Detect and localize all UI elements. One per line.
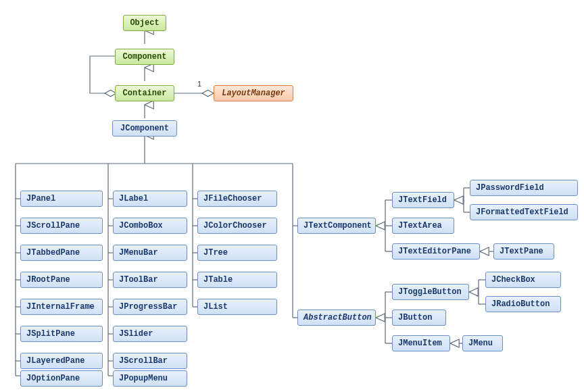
label: JFileChooser xyxy=(203,194,262,203)
class-joptionpane: JOptionPane xyxy=(20,370,103,387)
label: JSlider xyxy=(119,329,153,339)
label: JScrollBar xyxy=(119,356,168,366)
class-abstractbutton: AbstractButton xyxy=(297,310,376,326)
label: JTextEditorPane xyxy=(398,247,471,256)
label: JMenuItem xyxy=(398,339,442,348)
class-jtextarea: JTextArea xyxy=(392,218,454,234)
class-jpopupmenu: JPopupMenu xyxy=(113,370,187,387)
label: JPanel xyxy=(26,194,55,203)
class-jmenuitem: JMenuItem xyxy=(392,335,450,351)
label: JCheckBox xyxy=(491,275,535,285)
label: JPopupMenu xyxy=(119,374,168,383)
class-jscrollpane: JScrollPane xyxy=(20,218,103,234)
label: JLayeredPane xyxy=(26,356,84,366)
label: Object xyxy=(130,18,159,28)
label: JTextField xyxy=(398,195,447,205)
class-jtexteditorpane: JTextEditorPane xyxy=(392,243,480,260)
label: JList xyxy=(203,302,228,312)
label: JScrollPane xyxy=(26,221,80,230)
label: JOptionPane xyxy=(26,374,80,383)
label: JTextPane xyxy=(500,247,543,256)
class-jprogressbar: JProgressBar xyxy=(113,299,187,315)
class-jcolorchooser: JColorChooser xyxy=(197,218,277,234)
class-jcomponent: JComponent xyxy=(112,120,177,137)
class-jcombobox: JComboBox xyxy=(113,218,187,234)
class-jpanel: JPanel xyxy=(20,191,103,207)
class-jtree: JTree xyxy=(197,245,277,261)
label: JRootPane xyxy=(26,275,70,285)
class-jtabbedpane: JTabbedPane xyxy=(20,245,103,261)
label: JFormattedTextField xyxy=(476,207,568,217)
label: JTabbedPane xyxy=(26,248,80,258)
label: JPasswordField xyxy=(476,183,544,193)
class-jtogglebutton: JToggleButton xyxy=(392,284,469,300)
label: AbstractButton xyxy=(303,313,372,322)
class-object: Object xyxy=(123,15,166,31)
class-component: Component xyxy=(115,49,174,65)
label: JComboBox xyxy=(119,221,163,230)
class-jbutton: JButton xyxy=(392,310,446,326)
class-jrootpane: JRootPane xyxy=(20,272,103,288)
class-jpasswordfield: JPasswordField xyxy=(470,180,578,196)
class-jslider: JSlider xyxy=(113,326,187,342)
class-jsplitpane: JSplitPane xyxy=(20,326,103,342)
interface-layoutmanager: LayoutManager xyxy=(214,85,293,101)
label: JInternalFrame xyxy=(26,302,95,312)
class-jcheckbox: JCheckBox xyxy=(485,272,561,288)
class-jtextpane: JTextPane xyxy=(493,243,554,260)
class-jlist: JList xyxy=(197,299,277,315)
label: JToggleButton xyxy=(398,287,462,297)
class-jtextfield: JTextField xyxy=(392,192,454,208)
class-jradiobutton: JRadioButton xyxy=(485,296,561,312)
label: JTable xyxy=(203,275,233,285)
label: JToolBar xyxy=(119,275,158,285)
label: JTextArea xyxy=(398,221,442,230)
label: JTree xyxy=(203,248,228,258)
class-jtoolbar: JToolBar xyxy=(113,272,187,288)
label: Component xyxy=(123,52,167,62)
label: Container xyxy=(123,89,167,98)
label: JTextComponent xyxy=(303,221,372,230)
label: JProgressBar xyxy=(119,302,177,312)
class-jlayeredpane: JLayeredPane xyxy=(20,353,103,369)
label: JMenuBar xyxy=(119,248,158,258)
class-jscrollbar: JScrollBar xyxy=(113,353,187,369)
label: JComponent xyxy=(120,124,169,133)
class-jinternalframe: JInternalFrame xyxy=(20,299,103,315)
class-jlabel: JLabel xyxy=(113,191,187,207)
class-container: Container xyxy=(115,85,174,101)
label: LayoutManager xyxy=(222,89,285,98)
class-jmenu: JMenu xyxy=(462,335,503,351)
label: JColorChooser xyxy=(203,221,267,230)
label: JSplitPane xyxy=(26,329,75,339)
label: JButton xyxy=(398,313,432,322)
class-jtable: JTable xyxy=(197,272,277,288)
class-jfilechooser: JFileChooser xyxy=(197,191,277,207)
multiplicity-1: 1 xyxy=(197,80,201,88)
label: JMenu xyxy=(468,339,493,348)
class-jmenubar: JMenuBar xyxy=(113,245,187,261)
label: JRadioButton xyxy=(491,299,550,309)
class-jformattedtextfield: JFormattedTextField xyxy=(470,204,578,220)
class-jtextcomponent: JTextComponent xyxy=(297,218,376,234)
label: JLabel xyxy=(119,194,148,203)
